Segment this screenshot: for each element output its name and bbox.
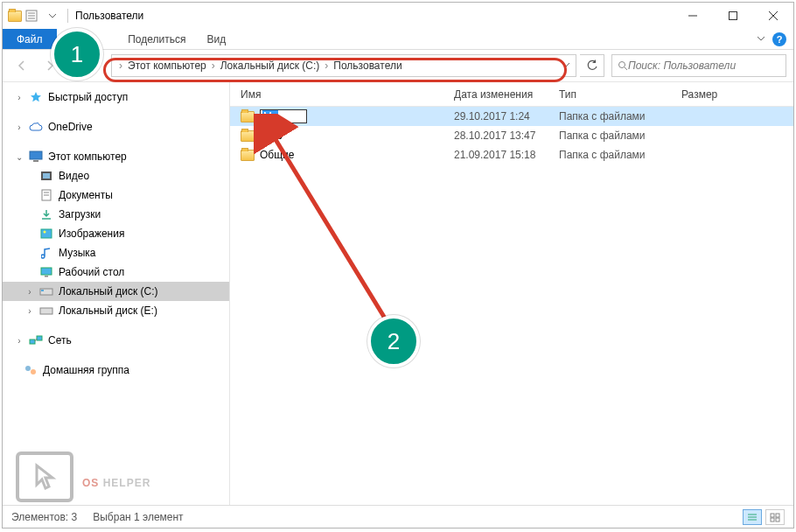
sidebar-item-label: Видео — [59, 170, 89, 182]
view-details-button[interactable] — [743, 509, 762, 525]
qat-dropdown-icon[interactable] — [43, 6, 62, 25]
svg-rect-13 — [43, 173, 50, 178]
statusbar: Элементов: 3 Выбран 1 элемент — [3, 505, 793, 528]
search-box[interactable] — [611, 54, 786, 77]
svg-point-29 — [31, 369, 36, 374]
sidebar-network[interactable]: ›Сеть — [3, 331, 229, 350]
separator — [67, 9, 68, 23]
qat-properties[interactable] — [22, 6, 41, 25]
sidebar-item-downloads[interactable]: Загрузки — [3, 205, 229, 224]
cell-name: nzho — [260, 130, 283, 142]
tab-view[interactable]: Вид — [196, 29, 236, 49]
sidebar-onedrive[interactable]: › OneDrive — [3, 117, 229, 136]
column-headers: Имя Дата изменения Тип Размер — [230, 82, 793, 107]
refresh-button[interactable] — [580, 54, 604, 77]
cell-name: Общие — [260, 149, 294, 161]
status-selected: Выбран 1 элемент — [93, 511, 183, 523]
sidebar-item-label: Музыка — [59, 247, 95, 259]
folder-icon — [241, 150, 255, 161]
search-input[interactable] — [628, 60, 780, 72]
chevron-right-icon: › — [25, 306, 34, 316]
svg-rect-35 — [771, 518, 774, 522]
svg-rect-10 — [30, 151, 42, 159]
sidebar-item-videos[interactable]: Видео — [3, 166, 229, 186]
cell-type: Папка с файлами — [559, 130, 681, 142]
svg-rect-26 — [37, 336, 42, 340]
watermark: OS HELPER — [16, 452, 150, 502]
desktop-icon — [39, 265, 53, 279]
sidebar-item-label: Быстрый доступ — [48, 91, 128, 103]
sidebar: › Быстрый доступ › OneDrive ⌄ Этот компь… — [3, 82, 230, 505]
svg-rect-5 — [730, 12, 737, 20]
minimize-button[interactable] — [673, 3, 713, 29]
sidebar-homegroup[interactable]: Домашняя группа — [3, 360, 229, 380]
status-count: Элементов: 3 — [11, 511, 77, 523]
file-row[interactable]: My 29.10.2017 1:24 Папка с файлами — [230, 107, 793, 126]
svg-rect-24 — [40, 308, 52, 314]
titlebar: Пользователи — [3, 3, 793, 29]
cloud-icon — [29, 120, 43, 134]
close-button[interactable] — [753, 3, 793, 29]
tab-share[interactable]: Поделиться — [117, 29, 196, 49]
col-type[interactable]: Тип — [559, 88, 681, 101]
col-date[interactable]: Дата изменения — [454, 88, 559, 101]
sidebar-item-label: Локальный диск (E:) — [59, 304, 157, 317]
body: › Быстрый доступ › OneDrive ⌄ Этот компь… — [3, 81, 793, 505]
sidebar-item-pictures[interactable]: Изображения — [3, 224, 229, 243]
svg-rect-25 — [30, 340, 35, 344]
sidebar-item-label: Локальный диск (C:) — [59, 285, 158, 298]
search-icon — [618, 60, 628, 71]
sidebar-item-label: Сеть — [48, 334, 72, 346]
svg-line-9 — [625, 67, 627, 70]
chevron-right-icon: › — [15, 93, 24, 102]
file-row[interactable]: nzho 28.10.2017 13:47 Папка с файлами — [230, 126, 793, 145]
folder-icon — [241, 111, 255, 122]
sidebar-thispc[interactable]: ⌄ Этот компьютер — [3, 147, 229, 166]
cursor-icon — [16, 452, 73, 502]
drive-icon — [39, 284, 53, 298]
watermark-text: OS HELPER — [82, 461, 150, 494]
monitor-icon — [29, 150, 43, 164]
sidebar-item-music[interactable]: Музыка — [3, 243, 229, 262]
file-tab[interactable]: Файл — [3, 29, 57, 49]
sidebar-quickaccess[interactable]: › Быстрый доступ — [3, 88, 229, 107]
svg-rect-11 — [33, 160, 38, 162]
svg-rect-36 — [776, 518, 779, 522]
annotation-oval — [103, 58, 567, 82]
annotation-badge-2: 2 — [367, 315, 420, 368]
svg-point-8 — [619, 62, 625, 68]
film-icon — [39, 169, 53, 183]
ribbon-tabs: Файл Главная Поделиться Вид ? — [3, 29, 793, 50]
picture-icon — [39, 227, 53, 241]
ribbon-expand-icon[interactable] — [757, 33, 765, 46]
main-pane: Имя Дата изменения Тип Размер My 29.10.2… — [230, 82, 793, 505]
sidebar-item-label: Документы — [59, 189, 113, 201]
view-icons-button[interactable] — [765, 509, 785, 525]
svg-point-19 — [44, 231, 46, 234]
drive-icon — [39, 304, 53, 318]
maximize-button[interactable] — [713, 3, 753, 29]
help-icon[interactable]: ? — [772, 32, 786, 46]
col-size[interactable]: Размер — [681, 88, 751, 101]
chevron-right-icon: › — [15, 336, 24, 346]
svg-point-28 — [25, 366, 31, 371]
network-icon — [29, 333, 43, 347]
rename-input[interactable]: My — [260, 109, 307, 123]
folder-icon — [8, 9, 22, 23]
file-list: My 29.10.2017 1:24 Папка с файлами nzho … — [230, 107, 793, 505]
svg-rect-21 — [45, 276, 48, 277]
col-name[interactable]: Имя — [230, 88, 454, 101]
chevron-right-icon: › — [25, 287, 34, 297]
nav-back-button[interactable] — [10, 54, 34, 77]
sidebar-item-documents[interactable]: Документы — [3, 186, 229, 205]
sidebar-item-label: Рабочий стол — [59, 266, 124, 278]
cell-date: 29.10.2017 1:24 — [454, 110, 559, 122]
sidebar-item-drive-e[interactable]: ›Локальный диск (E:) — [3, 301, 229, 320]
file-row[interactable]: Общие 21.09.2017 15:18 Папка с файлами — [230, 145, 793, 164]
document-icon — [39, 188, 53, 202]
chevron-down-icon: ⌄ — [15, 152, 24, 162]
homegroup-icon — [24, 363, 38, 377]
chevron-right-icon: › — [15, 122, 24, 132]
sidebar-item-desktop[interactable]: Рабочий стол — [3, 262, 229, 282]
sidebar-item-drive-c[interactable]: ›Локальный диск (C:) — [3, 282, 229, 301]
